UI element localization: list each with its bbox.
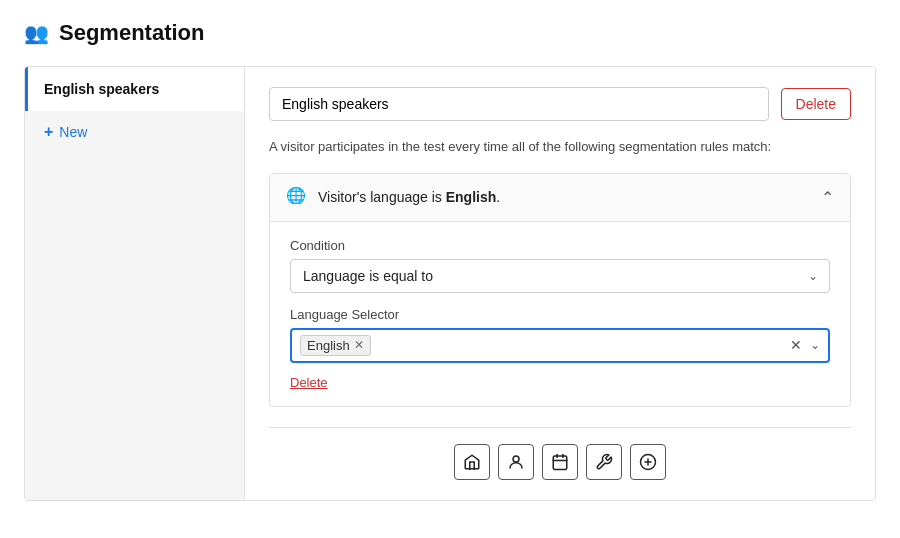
rule-title: Visitor's language is English. bbox=[318, 189, 500, 205]
delete-rule-link[interactable]: Delete bbox=[290, 375, 328, 390]
svg-point-1 bbox=[513, 456, 519, 462]
page-title: Segmentation bbox=[59, 20, 204, 46]
add-circle-icon-button[interactable] bbox=[630, 444, 666, 480]
rule-card-header: 🌐 Visitor's language is English. ⌃ bbox=[270, 174, 850, 222]
sidebar: English speakers + New bbox=[25, 67, 245, 500]
bottom-icons-bar bbox=[269, 427, 851, 480]
tag-clear-button[interactable]: ✕ bbox=[790, 337, 802, 353]
segment-header-row: Delete bbox=[269, 87, 851, 121]
tag-dropdown-button[interactable]: ⌄ bbox=[810, 338, 820, 352]
wrench-icon-button[interactable] bbox=[586, 444, 622, 480]
rule-card: 🌐 Visitor's language is English. ⌃ Condi… bbox=[269, 173, 851, 407]
user-icon-button[interactable] bbox=[498, 444, 534, 480]
condition-select-wrapper: Language is equal to Language is not equ… bbox=[290, 259, 830, 293]
page-header: 👥 Segmentation bbox=[24, 20, 876, 46]
calendar-icon-button[interactable] bbox=[542, 444, 578, 480]
description-text: A visitor participates in the test every… bbox=[269, 137, 851, 157]
language-icon: 🌐 bbox=[286, 186, 308, 209]
sidebar-item-english-speakers[interactable]: English speakers bbox=[25, 67, 244, 111]
home-icon-button[interactable] bbox=[454, 444, 490, 480]
rule-card-body: Condition Language is equal to Language … bbox=[270, 222, 850, 406]
language-tag-remove-button[interactable]: ✕ bbox=[354, 339, 364, 351]
new-label: New bbox=[59, 124, 87, 140]
language-tag-input-wrapper[interactable]: English ✕ ✕ ⌄ bbox=[290, 328, 830, 363]
sidebar-new-button[interactable]: + New bbox=[25, 111, 244, 153]
rule-title-bold: English bbox=[446, 189, 497, 205]
content-area: English speakers + New Delete A visitor … bbox=[24, 66, 876, 501]
rule-card-title: 🌐 Visitor's language is English. bbox=[286, 186, 500, 209]
language-selector-label: Language Selector bbox=[290, 307, 830, 322]
svg-rect-2 bbox=[553, 456, 567, 470]
rule-collapse-icon[interactable]: ⌃ bbox=[821, 188, 834, 207]
delete-segment-button[interactable]: Delete bbox=[781, 88, 851, 120]
condition-select[interactable]: Language is equal to Language is not equ… bbox=[290, 259, 830, 293]
plus-icon: + bbox=[44, 123, 53, 141]
rule-title-suffix: . bbox=[496, 189, 500, 205]
svg-text:🌐: 🌐 bbox=[286, 186, 306, 204]
segmentation-icon: 👥 bbox=[24, 21, 49, 45]
language-tag: English ✕ bbox=[300, 335, 371, 356]
segment-name-input[interactable] bbox=[269, 87, 769, 121]
rule-title-prefix: Visitor's language is bbox=[318, 189, 446, 205]
main-panel: Delete A visitor participates in the tes… bbox=[245, 67, 875, 500]
language-tag-text-input[interactable] bbox=[375, 337, 786, 353]
language-tag-value: English bbox=[307, 338, 350, 353]
tag-input-actions: ✕ ⌄ bbox=[790, 337, 820, 353]
condition-label: Condition bbox=[290, 238, 830, 253]
